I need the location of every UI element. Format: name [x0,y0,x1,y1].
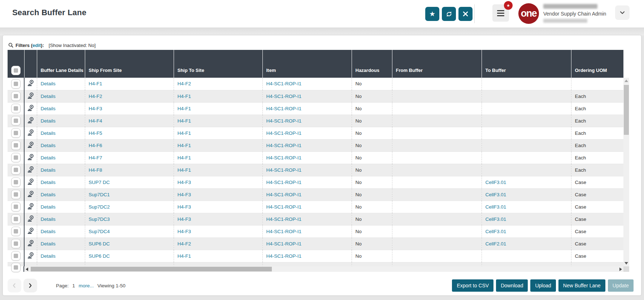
ship-from-site-link[interactable]: H4-F8 [89,167,103,173]
ship-from-site-link[interactable]: H4-F5 [89,130,103,136]
to-buffer-link[interactable]: CellF3.01 [486,180,506,185]
column-header-from-buffer[interactable]: From Buffer [392,50,482,78]
to-buffer-link[interactable]: CellF3.01 [486,229,506,234]
user-info-block[interactable]: Vendor Supply Chain Admin [543,4,608,23]
scroll-down-arrow-icon[interactable] [625,262,628,265]
ship-to-site-link[interactable]: H4-F1 [178,106,191,111]
item-link[interactable]: H4-SC1-ROP-I1 [266,106,302,111]
filters-edit-link[interactable]: edit [32,43,41,48]
buffer-lane-details-link[interactable]: Details [41,130,56,136]
to-buffer-link[interactable]: CellF3.01 [486,217,506,222]
item-link[interactable]: H4-SC1-ROP-I1 [266,130,302,136]
buffer-lane-details-link[interactable]: Details [41,167,56,173]
ship-from-site-link[interactable]: Sup7DC3 [89,217,110,222]
ship-to-site-link[interactable]: H4-F1 [178,253,191,259]
to-buffer-link[interactable]: CellF3.01 [486,204,506,210]
item-link[interactable]: H4-SC1-ROP-I1 [266,217,302,222]
refresh-button[interactable] [442,7,456,21]
row-checkbox[interactable] [11,177,21,187]
vertical-scrollbar-thumb[interactable] [624,85,629,135]
ship-to-site-link[interactable]: H4-F3 [178,192,191,197]
ship-from-site-link[interactable]: Sup7DC1 [89,192,110,197]
column-header-hazardous[interactable]: Hazardous [352,50,392,78]
buffer-lane-details-link[interactable]: Details [41,229,56,234]
row-checkbox[interactable] [11,104,21,113]
column-header-ordering-uom[interactable]: Ordering UOM [571,50,623,78]
item-link[interactable]: H4-SC1-ROP-I1 [266,167,302,173]
row-checkbox[interactable] [11,251,21,261]
horizontal-scrollbar[interactable] [24,266,623,272]
ship-to-site-link[interactable]: H4-F1 [178,167,191,173]
row-checkbox[interactable] [11,165,21,175]
horizontal-scrollbar-thumb[interactable] [31,267,272,271]
ship-to-site-link[interactable]: H4-F3 [178,217,191,222]
buffer-lane-details-link[interactable]: Details [41,204,56,210]
buffer-lane-details-link[interactable]: Details [41,81,56,86]
row-checkbox[interactable] [11,141,21,150]
column-header-ship-from-site[interactable]: Ship From Site [85,50,174,78]
row-checkbox[interactable] [11,116,21,125]
row-checkbox[interactable] [11,128,21,138]
buffer-lane-details-link[interactable]: Details [41,118,56,124]
ship-from-site-link[interactable]: H4-F6 [89,143,103,148]
item-link[interactable]: H4-SC1-ROP-I1 [266,204,302,210]
ship-from-site-link[interactable]: H4-F1 [89,81,103,86]
ship-to-site-link[interactable]: H4-F2 [178,81,191,86]
new-buffer-lane-button[interactable]: New Buffer Lane [558,279,605,292]
buffer-lane-details-link[interactable]: Details [41,253,56,259]
row-checkbox[interactable] [11,263,21,272]
vertical-scrollbar[interactable] [623,78,629,266]
buffer-lane-details-link[interactable]: Details [41,217,56,222]
ship-to-site-link[interactable]: H4-F1 [178,130,191,136]
buffer-lane-details-link[interactable]: Details [41,94,56,99]
ship-to-site-link[interactable]: H4-F1 [178,155,191,160]
column-header-to-buffer[interactable]: To Buffer [482,50,571,78]
item-link[interactable]: H4-SC1-ROP-I1 [266,81,302,86]
buffer-lane-details-link[interactable]: Details [41,143,56,148]
select-all-checkbox[interactable] [11,66,21,75]
row-checkbox[interactable] [11,190,21,199]
favorite-button[interactable]: ★ [425,7,439,21]
item-link[interactable]: H4-SC1-ROP-I1 [266,192,302,197]
ship-from-site-link[interactable]: Sup7DC4 [89,229,110,234]
one-network-logo[interactable]: one [518,3,539,24]
update-button[interactable]: Update [608,279,634,292]
export-to-csv-button[interactable]: Export to CSV [452,279,493,292]
item-link[interactable]: H4-SC1-ROP-I1 [266,229,302,234]
scroll-left-arrow-icon[interactable] [26,267,28,271]
ship-to-site-link[interactable]: H4-F1 [178,143,191,148]
item-link[interactable]: H4-SC1-ROP-I1 [266,241,302,247]
item-link[interactable]: H4-SC1-ROP-I1 [266,155,302,160]
row-checkbox[interactable] [11,239,21,248]
next-page-button[interactable] [23,279,37,292]
ship-to-site-link[interactable]: H4-F3 [178,229,191,234]
buffer-lane-details-link[interactable]: Details [41,241,56,247]
buffer-lane-details-link[interactable]: Details [41,106,56,111]
upload-button[interactable]: Upload [530,279,556,292]
ship-to-site-link[interactable]: H4-F1 [178,118,191,124]
close-button[interactable] [458,7,473,21]
item-link[interactable]: H4-SC1-ROP-I1 [266,118,302,124]
row-checkbox[interactable] [11,214,21,224]
ship-from-site-link[interactable]: H4-F3 [89,106,103,111]
scroll-up-arrow-icon[interactable] [625,80,628,82]
scroll-right-arrow-icon[interactable] [619,267,622,271]
buffer-lane-details-link[interactable]: Details [41,155,56,160]
ship-to-site-link[interactable]: H4-F3 [178,204,191,210]
buffer-lane-details-link[interactable]: Details [41,180,56,185]
row-checkbox[interactable] [11,227,21,236]
more-pages-link[interactable]: more... [79,283,94,288]
item-link[interactable]: H4-SC1-ROP-I1 [266,253,302,259]
ship-from-site-link[interactable]: Sup7DC2 [89,204,110,210]
item-link[interactable]: H4-SC1-ROP-I1 [266,94,302,99]
ship-from-site-link[interactable]: H4-F7 [89,155,103,160]
row-checkbox[interactable] [11,153,21,162]
ship-from-site-link[interactable]: SUP6 DC [89,253,110,259]
ship-from-site-link[interactable]: SUP6 DC [89,241,110,247]
column-header-buffer-lane-details[interactable]: Buffer Lane Details [37,50,85,78]
ship-from-site-link[interactable]: H4-F4 [89,118,103,124]
item-link[interactable]: H4-SC1-ROP-I1 [266,143,302,148]
to-buffer-link[interactable]: CellF2.01 [486,241,506,247]
ship-from-site-link[interactable]: SUP7 DC [89,180,110,185]
column-header-item[interactable]: Item [262,50,352,78]
